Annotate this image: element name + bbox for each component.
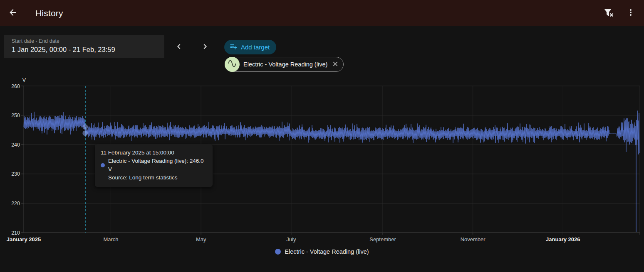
svg-text:250: 250 bbox=[11, 113, 20, 118]
tooltip-entry: Electric - Voltage Reading (live): 246.0… bbox=[108, 157, 207, 174]
svg-text:May: May bbox=[196, 236, 206, 243]
target-entity-chip[interactable]: Electric - Voltage Reading (live) bbox=[225, 57, 344, 72]
overflow-menu-button[interactable] bbox=[622, 4, 640, 22]
svg-text:260: 260 bbox=[11, 83, 20, 89]
chevron-right-icon bbox=[200, 42, 210, 53]
svg-text:210: 210 bbox=[11, 230, 20, 236]
legend-series-label: Electric - Voltage Reading (live) bbox=[285, 248, 369, 255]
add-target-button[interactable]: Add target bbox=[224, 40, 276, 54]
filter-remove-icon bbox=[604, 7, 614, 19]
legend-series-dot bbox=[275, 249, 281, 255]
chip-avatar bbox=[225, 57, 240, 72]
chart-tooltip: 11 February 2025 at 15:00:00 Electric - … bbox=[95, 144, 213, 187]
svg-text:220: 220 bbox=[11, 201, 20, 206]
sine-wave-icon bbox=[228, 59, 237, 70]
arrow-left-icon bbox=[8, 7, 18, 19]
chevron-left-icon bbox=[174, 42, 184, 53]
previous-period-button[interactable] bbox=[171, 39, 187, 55]
tooltip-date: 11 February 2025 at 15:00:00 bbox=[101, 149, 207, 157]
svg-text:November: November bbox=[461, 236, 486, 243]
svg-text:January 2025: January 2025 bbox=[7, 236, 41, 243]
chip-entity-label: Electric - Voltage Reading (live) bbox=[243, 61, 327, 68]
chip-remove-button[interactable] bbox=[332, 61, 339, 68]
chart-legend: Electric - Voltage Reading (live) bbox=[0, 248, 644, 255]
chart-axis-labels: V210220230240250260January 2025MarchMayJ… bbox=[7, 77, 580, 243]
date-range-input[interactable]: Start date - End date 1 Jan 2025, 00:00 … bbox=[4, 35, 164, 58]
svg-text:230: 230 bbox=[11, 171, 20, 177]
playlist-plus-icon bbox=[229, 42, 238, 52]
svg-text:September: September bbox=[369, 236, 396, 243]
close-icon bbox=[332, 60, 339, 69]
svg-text:July: July bbox=[286, 236, 296, 243]
page-title: History bbox=[35, 8, 63, 18]
svg-text:January 2026: January 2026 bbox=[546, 236, 580, 243]
remove-filter-button[interactable] bbox=[599, 4, 618, 22]
tooltip-source: Source: Long term statistics bbox=[101, 174, 207, 182]
hover-point-secondary bbox=[82, 130, 88, 136]
svg-text:240: 240 bbox=[11, 142, 20, 148]
next-period-button[interactable] bbox=[197, 39, 213, 55]
top-app-bar: History bbox=[0, 0, 644, 26]
back-button[interactable] bbox=[4, 4, 22, 22]
tooltip-series-dot bbox=[101, 163, 105, 167]
hover-point-primary bbox=[82, 124, 88, 130]
legend-item-voltage[interactable]: Electric - Voltage Reading (live) bbox=[275, 248, 369, 255]
dots-vertical-icon bbox=[626, 7, 636, 19]
add-target-label: Add target bbox=[241, 44, 270, 51]
svg-text:V: V bbox=[22, 77, 26, 83]
date-range-value: 1 Jan 2025, 00:00 - 21 Feb, 23:59 bbox=[12, 46, 158, 54]
date-range-label: Start date - End date bbox=[12, 38, 158, 44]
svg-text:March: March bbox=[103, 236, 118, 243]
